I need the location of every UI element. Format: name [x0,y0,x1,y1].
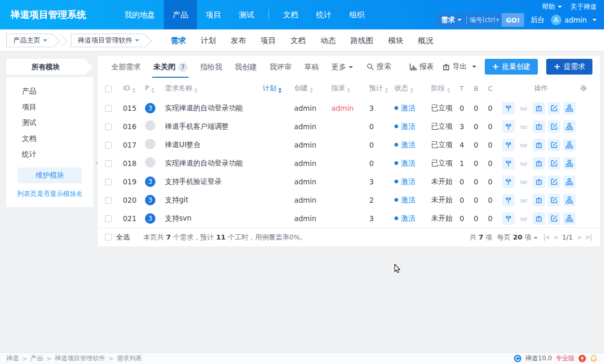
tab-overview[interactable]: 概况 [411,29,441,51]
change-icon[interactable] [502,194,515,206]
story-title[interactable]: 实现禅道的自动登录功能 [165,99,263,117]
footer-crumb-product-name[interactable]: 禅道项目管理软件 [55,354,105,363]
search-category-dropdown[interactable]: 需求 [436,15,466,25]
sidebar-item-product[interactable]: 产品 [6,84,93,99]
edit-icon[interactable] [548,102,560,115]
story-title[interactable]: 支持git [165,191,263,209]
subdivide-icon[interactable] [563,212,576,225]
quick-search-input[interactable] [467,16,502,24]
sidebar-item-stats[interactable]: 统计 [6,147,93,162]
tab-doc[interactable]: 文档 [283,29,313,51]
filter-draft[interactable]: 草稿 [298,56,325,78]
sidebar-item-project[interactable]: 项目 [6,99,93,115]
footer-crumb-story-list[interactable]: 需求列表 [117,354,142,363]
close-icon[interactable] [533,194,545,206]
close-icon[interactable] [533,139,545,151]
nav-test[interactable]: 测试 [230,0,263,29]
nav-my-dashboard[interactable]: 我的地盘 [116,0,164,29]
user-menu[interactable]: A admin [551,15,597,25]
row-checkbox[interactable] [105,142,112,149]
edit-icon[interactable] [548,212,560,225]
nav-project[interactable]: 项目 [197,0,230,29]
story-title[interactable]: 禅道手机客户端调整 [165,117,263,136]
select-all-checkbox[interactable] [105,86,112,92]
filter-all[interactable]: 全部需求 [105,56,147,78]
backend-link[interactable]: 后台 [530,15,545,25]
edit-icon[interactable] [548,139,560,151]
change-icon[interactable] [502,157,515,170]
close-icon[interactable] [533,212,545,225]
filter-created-by-me[interactable]: 我创建 [228,56,263,78]
filter-unclosed[interactable]: 未关闭7 [147,56,194,78]
filter-reviewed-by-me[interactable]: 我评审 [263,56,298,78]
col-priority[interactable]: P [145,78,165,99]
subdivide-icon[interactable] [563,194,576,206]
show-module-name-toggle[interactable]: 列表页是否显示模块名 [6,190,93,199]
change-icon[interactable] [502,102,515,115]
all-modules-tab[interactable]: 所有模块 [6,59,85,75]
change-icon[interactable] [502,175,515,188]
update-badge-icon[interactable] [578,355,586,362]
filter-assigned-to-me[interactable]: 指给我 [194,56,228,78]
nav-doc[interactable]: 文档 [274,0,307,29]
nav-org[interactable]: 组织 [340,0,373,29]
report-button[interactable]: 报表 [409,62,434,71]
close-icon[interactable] [533,157,545,170]
subdivide-icon[interactable] [563,102,576,115]
sidebar-item-doc[interactable]: 文档 [6,131,93,147]
story-title[interactable]: 支持手机验证登录 [165,172,263,191]
next-page-button[interactable]: > [577,233,581,241]
close-icon[interactable] [533,175,545,188]
about-zentao-link[interactable]: 关于禅道 [570,3,597,12]
col-created-by[interactable]: 创建 [294,78,331,99]
help-menu[interactable]: 帮助 [542,3,562,12]
tab-story[interactable]: 需求 [163,29,193,51]
subdivide-icon[interactable] [563,157,576,170]
app-title[interactable]: 禅道项目管理系统 [0,0,97,29]
propose-story-button[interactable]: +提需求 [546,59,592,75]
footer-crumb-zentao[interactable]: 禅道 [6,354,19,363]
col-stage[interactable]: 阶段 [431,78,460,99]
filter-more-dropdown[interactable]: 更多 [325,56,359,78]
nav-product[interactable]: 产品 [164,0,197,29]
col-assigned-to[interactable]: 指派 [331,78,369,99]
col-status[interactable]: 状态 [394,78,431,99]
row-checkbox[interactable] [105,160,112,167]
story-title[interactable]: 实现禅道的自动登录功能 [165,154,263,172]
tab-release[interactable]: 发布 [223,29,253,51]
col-id[interactable]: ID [123,78,145,99]
maintain-modules-button[interactable]: 维护模块 [18,168,82,183]
subdivide-icon[interactable] [563,175,576,188]
subdivide-icon[interactable] [563,139,576,151]
go-button[interactable]: GO! [502,13,524,27]
row-checkbox[interactable] [105,105,112,112]
row-checkbox[interactable] [105,197,112,204]
bell-icon[interactable] [590,355,598,362]
col-estimate[interactable]: 预计 [369,78,394,99]
select-all-label[interactable]: 全选 [116,233,130,242]
last-page-button[interactable]: >| [586,233,592,241]
subdivide-icon[interactable] [563,120,576,133]
story-title[interactable]: 支持svn [165,209,263,227]
close-icon[interactable] [533,102,545,115]
story-title[interactable]: 禅道UI整合 [165,136,263,154]
edit-icon[interactable] [548,157,560,170]
breadcrumb-product-home[interactable]: 产品主页 [6,34,53,47]
breadcrumb-product-name[interactable]: 禅道项目管理软件 [71,34,144,47]
tab-project[interactable]: 项目 [253,29,283,51]
table-settings[interactable] [580,78,592,99]
tab-roadmap[interactable]: 路线图 [343,29,381,51]
col-plan[interactable]: 计划 [263,78,294,99]
edit-icon[interactable] [548,120,560,133]
tab-plan[interactable]: 计划 [193,29,223,51]
select-all-checkbox[interactable] [105,234,112,241]
search-toggle[interactable]: 搜索 [367,62,391,71]
edit-icon[interactable] [548,175,560,188]
first-page-button[interactable]: |< [543,233,549,241]
sidebar-item-test[interactable]: 测试 [6,115,93,131]
row-checkbox[interactable] [105,179,112,185]
nav-stats[interactable]: 统计 [307,0,340,29]
footer-crumb-product[interactable]: 产品 [30,354,43,363]
per-page-select[interactable]: 每页 20 项 [497,233,537,242]
col-title[interactable]: 需求名称 [165,78,263,99]
